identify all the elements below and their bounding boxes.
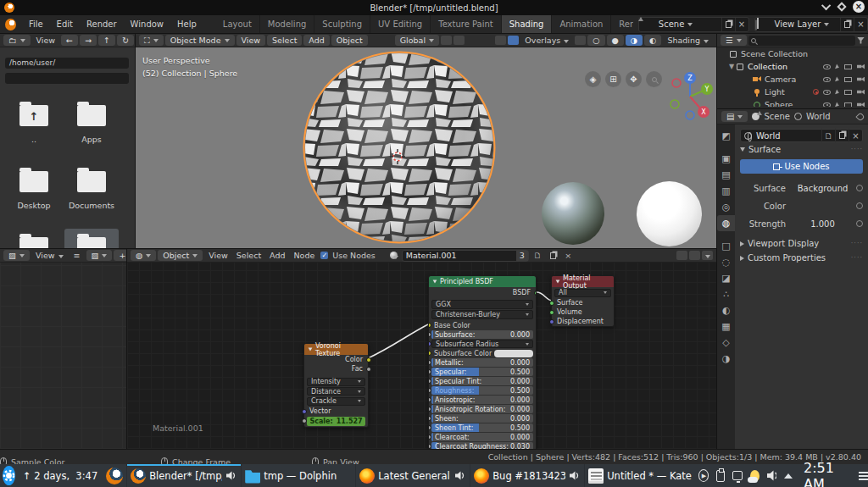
use-nodes-checkbox[interactable]: ✓ [320,252,328,259]
image-editor-canvas[interactable] [0,263,126,449]
outliner-row[interactable]: Sphere [717,98,868,107]
transform-orientation-selector[interactable]: Global [395,35,439,46]
properties-tab[interactable] [717,238,735,254]
perspective-toggle-icon[interactable]: ⊞ [605,71,621,87]
scene-unlink-button[interactable]: × [735,18,748,31]
node-input-row[interactable]: Base Color [429,321,536,330]
menu-item[interactable]: File [22,19,50,29]
audio-playing-icon[interactable] [455,471,465,480]
collapse-icon[interactable] [433,280,437,284]
viewport-menu[interactable]: Add [303,35,329,46]
node-material-output[interactable]: Material Output All Surface Volume [551,275,615,327]
view-layer-copy-button[interactable] [840,18,854,31]
selectable-icon[interactable] [835,64,840,69]
panel-drag-dots[interactable]: ···· [851,254,863,262]
input-socket[interactable] [428,341,431,346]
input-socket[interactable] [428,444,431,449]
viewport-menu[interactable]: Select [267,35,302,46]
copy-material-button[interactable] [546,249,559,263]
image-view-menu[interactable]: View [31,251,68,260]
render-visibility-icon[interactable] [857,64,865,69]
hamburger-menu-icon[interactable]: ≡ [70,251,85,260]
hide-eye-icon[interactable] [823,90,831,95]
node-canvas[interactable]: Material.001 Voronoi Texture Color Fac [127,263,716,449]
menu-item[interactable]: Help [170,19,203,29]
shading-rendered-button[interactable]: ◐ [644,35,661,46]
xray-toggle-icon[interactable] [575,36,586,45]
panel-menu-icon[interactable] [859,472,868,480]
collapse-icon[interactable] [556,280,560,284]
node-dropdown[interactable]: Crackle [307,397,365,406]
overlays-toggle-icon[interactable] [508,36,519,45]
properties-tab[interactable] [717,302,735,318]
input-socket[interactable] [549,301,554,306]
menu-item[interactable]: Render [80,19,124,29]
filter-icon[interactable] [857,37,865,44]
selectable-icon[interactable] [835,102,840,107]
taskbar-task[interactable]: Bug #1813423 "F... [470,464,584,487]
properties-tab[interactable] [717,270,735,286]
input-socket[interactable] [428,388,431,393]
surface-panel-header[interactable]: Surface ···· [740,142,863,157]
collapsed-panel-header[interactable]: Custom Properties ···· [740,251,863,265]
properties-tab[interactable] [717,318,735,335]
workspace-tab[interactable]: Shading [502,15,553,34]
properties-tab[interactable] [717,254,735,270]
selectable-icon[interactable] [835,76,840,82]
workspace-tab[interactable]: Layout [215,15,260,34]
new-datablock-button[interactable]: 🗋 [821,129,835,142]
taskbar-task[interactable]: Latest General to... [355,464,470,487]
outliner-display-mode-button[interactable]: ☰ [721,35,747,46]
node-input-row[interactable]: Clearcoat: 0.000 [429,433,536,442]
editor-type-button[interactable]: 🗀 [3,35,31,46]
workspace-tab[interactable]: Rendering [611,15,632,34]
properties-tab[interactable] [717,128,735,144]
properties-tab[interactable] [717,286,735,302]
snap-node-icon[interactable] [689,251,700,260]
output-socket[interactable] [366,367,371,372]
node-input-row[interactable]: Subsurface Color [429,349,536,358]
node-input-row[interactable]: Specular Tint: 0.000 [429,377,536,386]
world-datablock-selector[interactable]: World 🗋 × [740,129,863,142]
properties-tab[interactable] [717,215,735,231]
render-visibility-icon[interactable] [857,90,865,95]
node-principled-bsdf[interactable]: Principled BSDF BSDF GGXChristensen-Burl… [428,275,537,449]
folder-item[interactable]: Documents [64,163,119,213]
properties-tab[interactable] [717,199,735,215]
directory-path-field[interactable]: /home/user/ [5,58,129,69]
scene-copy-button[interactable] [721,18,735,31]
close-icon[interactable]: × [853,1,865,13]
scale-driver-field[interactable]: Scale: 11.527 [307,417,365,426]
file-browser-view-menu[interactable]: View [32,36,60,45]
hide-eye-icon[interactable] [823,77,831,82]
workspace-tab[interactable]: UV Editing [370,15,431,34]
scale-socket[interactable] [302,418,307,423]
animate-dot-icon[interactable] [856,220,863,227]
uptime-widget[interactable]: ↑ 2 days, 3:47 [18,470,103,482]
outliner-row[interactable]: ▼ Collection [717,60,868,73]
mode-selector[interactable]: Object Mode [165,35,235,46]
audio-playing-icon[interactable] [570,471,580,480]
pin-icon[interactable] [855,112,865,121]
outliner-search-input[interactable] [748,36,855,46]
input-socket[interactable] [549,319,554,324]
unlink-datablock-button[interactable]: × [849,129,862,142]
taskbar-task[interactable]: Untitled * — Kate [584,464,698,487]
media-player-tray-icon[interactable]: ▶ [698,469,709,482]
node-input-row[interactable]: Subsurface Radius [429,340,536,349]
viewport-visibility-icon[interactable] [844,77,852,82]
folder-item[interactable]: ↑ .. [7,97,61,147]
clipboard-tray-icon[interactable] [716,470,724,482]
property-widget[interactable]: Background [793,182,853,195]
new-image-button[interactable]: + [114,250,126,261]
input-socket[interactable] [428,425,431,430]
workspace-tab[interactable]: Modeling [260,15,315,34]
node-voronoi-texture[interactable]: Voronoi Texture Color Fac [303,343,369,428]
pin-node-tree-icon[interactable] [676,251,687,260]
viewport-3d[interactable]: ⛶ Object Mode ViewSelectAddObject Global… [136,34,716,248]
node-dropdown[interactable]: GGX [431,300,533,309]
shading-solid-button[interactable]: ● [607,35,624,46]
input-socket[interactable] [428,323,431,328]
overlays-dropdown[interactable]: Overlays [520,36,573,45]
material-browse-icon[interactable] [390,252,398,259]
